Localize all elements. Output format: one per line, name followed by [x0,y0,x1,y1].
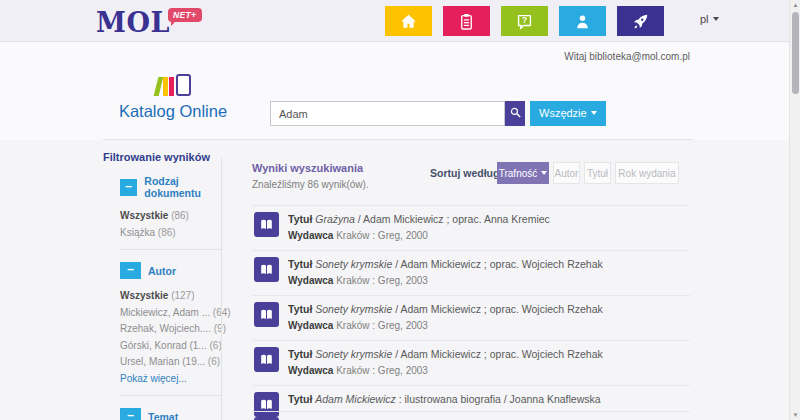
result-row[interactable]: Tytuł Sonety krymskie / Adam Mickiewicz … [252,250,690,295]
title-label: Tytuł [288,258,312,270]
book-icon [254,212,279,237]
filter-item[interactable]: Ursel, Marian (19... (6) [120,354,222,371]
filter-section-subject: – Temat Wszystkie (12) [120,396,222,420]
sort-relevance-button[interactable]: Trafność [497,162,549,184]
title-label: Tytuł [288,348,312,360]
show-more-link[interactable]: Pokaż więcej... [120,371,222,388]
language-label: pl [700,13,709,25]
filter-item[interactable]: Rzehak, Wojciech.... (9) [120,321,222,338]
publisher-value: Kraków : Greg, 2000 [336,230,428,241]
catalog-title: Katalog Online [103,102,243,121]
yellow-book-icon [163,77,168,96]
title-label: Tytuł [288,393,312,405]
search-button[interactable] [505,101,525,126]
sort-year-button[interactable]: Rok wydania [615,162,679,184]
greeting-text: Witaj biblioteka@mol.com.pl [460,51,690,62]
scroll-up-icon[interactable]: ▲ [790,2,800,8]
user-icon [573,12,592,31]
filters-heading: Filtrowanie wyników [103,151,222,163]
scroll-down-icon[interactable]: ▼ [790,412,800,418]
filter-section-document-type: – Rodzaj dokumentu Wszystkie (86) Książk… [120,163,222,250]
sidebar-divider [221,158,222,420]
results-summary: Znaleźliśmy 86 wynik(ów). [252,179,369,190]
help-icon: ? [515,12,534,31]
scrollbar-track[interactable]: ▲ ▼ [789,0,800,420]
rocket-icon [631,12,650,31]
result-row-partial[interactable] [252,411,690,420]
result-title: Sonety krymskie [315,258,392,270]
sort-title-button[interactable]: Tytuł [584,162,611,184]
help-button[interactable]: ? [501,6,548,36]
result-title: Sonety krymskie [315,348,392,360]
caret-down-icon [541,171,547,175]
publisher-label: Wydawca [288,275,333,286]
caret-down-icon [591,111,597,115]
result-title: Adam Mickiewicz [315,393,396,405]
book-icon [254,347,279,372]
catalog-page: { "header": { "logo_text": "MOL", "logo_… [0,0,800,420]
publisher-label: Wydawca [288,365,333,376]
search-scope-dropdown[interactable]: Wszędzie [530,101,606,126]
green-book-icon [153,77,163,96]
results-heading: Wyniki wyszukiwania [252,162,363,174]
collapse-button[interactable]: – [120,408,141,420]
books-tablet-icon [156,74,191,98]
filter-section-label[interactable]: Rodzaj dokumentu [144,175,222,199]
top-navigation: ? [385,6,675,36]
publisher-label: Wydawca [288,320,333,331]
publisher-value: Kraków : Greg, 2003 [336,320,428,331]
filter-section-label[interactable]: Autor [148,265,176,277]
sort-author-button[interactable]: Autor [553,162,580,184]
result-row[interactable]: Tytuł Sonety krymskie / Adam Mickiewicz … [252,340,690,385]
clipboard-icon [457,12,476,31]
publisher-value: Kraków : Greg, 2003 [336,365,428,376]
svg-text:?: ? [522,15,527,25]
sort-by-label: Sortuj według [430,167,499,179]
header-divider [103,139,693,140]
result-title: Grażyna [315,213,355,225]
language-selector[interactable]: pl [700,13,719,25]
title-label: Tytuł [288,213,312,225]
scrollbar-thumb[interactable] [792,12,799,94]
red-book-icon [169,77,174,96]
book-icon [254,257,279,282]
result-row[interactable]: Tytuł Sonety krymskie / Adam Mickiewicz … [252,295,690,340]
publisher-label: Wydawca [288,230,333,241]
filter-item[interactable]: Książka (86) [120,225,222,242]
result-title-rest: : ilustrowana biografia / Joanna Knaflew… [396,393,601,405]
mol-logo[interactable]: MOL NET+ [96,6,216,40]
result-title-rest: / Adam Mickiewicz ; oprac. Wojciech Rzeh… [392,303,602,315]
filter-section-label[interactable]: Temat [148,411,178,420]
filter-item[interactable]: Górski, Konrad (1... (6) [120,338,222,355]
magnifier-icon [509,106,522,122]
loans-button[interactable] [443,6,490,36]
filter-panel: Filtrowanie wyników – Rodzaj dokumentu W… [103,151,222,420]
tablet-icon [176,74,191,96]
filter-item[interactable]: Mickiewicz, Adam ... (64) [120,305,222,322]
publisher-value: Kraków : Greg, 2003 [336,275,428,286]
mol-logo-text: MOL [96,7,170,38]
result-list: Tytuł Grażyna / Adam Mickiewicz ; oprac.… [252,205,690,420]
book-icon [254,302,279,327]
caret-down-icon [713,17,719,21]
collapse-button[interactable]: – [120,179,137,196]
result-row[interactable]: Tytuł Adam Mickiewicz : ilustrowana biog… [252,385,690,411]
result-title: Sonety krymskie [315,303,392,315]
top-bar: MOL NET+ ? pl [0,0,800,42]
collapse-button[interactable]: – [120,262,141,279]
start-button[interactable] [617,6,664,36]
catalog-logo[interactable]: Katalog Online [103,74,243,121]
account-button[interactable] [559,6,606,36]
result-row[interactable]: Tytuł Grażyna / Adam Mickiewicz ; oprac.… [252,205,690,250]
result-title-rest: / Adam Mickiewicz ; oprac. Anna Kremiec [355,213,550,225]
filter-item[interactable]: Wszystkie (127) [120,288,222,305]
search-input[interactable] [270,101,505,126]
result-title-rest: / Adam Mickiewicz ; oprac. Wojciech Rzeh… [392,258,602,270]
net-plus-badge: NET+ [168,8,202,22]
home-button[interactable] [385,6,432,36]
title-label: Tytuł [288,303,312,315]
filter-section-author: – Autor Wszystkie (127) Mickiewicz, Adam… [120,250,222,396]
home-icon [399,12,418,31]
result-title-rest: / Adam Mickiewicz ; oprac. Wojciech Rzeh… [392,348,602,360]
filter-item[interactable]: Wszystkie (86) [120,208,222,225]
